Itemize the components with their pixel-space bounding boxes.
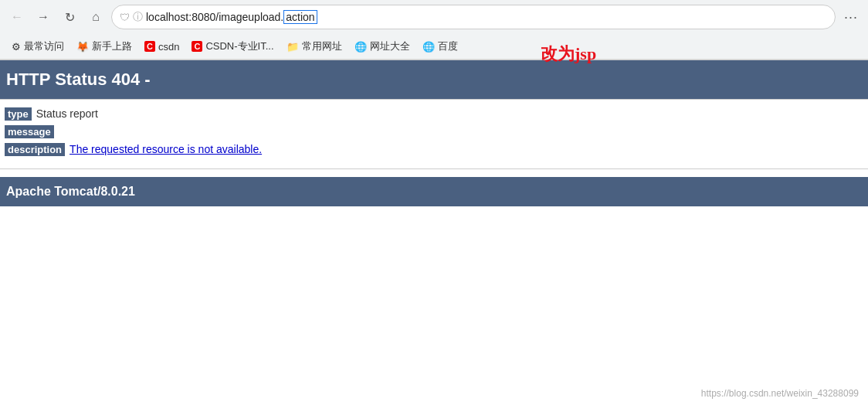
address-text: localhost:8080/imageupload.action [146, 11, 827, 23]
type-value: Status report [36, 107, 98, 120]
globe2-icon: 🌐 [422, 41, 435, 53]
globe-icon: 🌐 [354, 41, 367, 53]
home-button[interactable]: ⌂ [85, 6, 107, 28]
csdn-icon: C [144, 41, 155, 52]
bookmark-label: 网址大全 [370, 39, 410, 53]
bookmark-site-collection[interactable]: 🌐 网址大全 [349, 37, 415, 56]
bookmarks-bar: ⚙ 最常访问 🦊 新手上路 C csdn C CSDN-专业IT... 📁 常用… [0, 34, 868, 60]
bookmark-csdn[interactable]: C csdn [139, 39, 185, 55]
status-title: HTTP Status 404 - [6, 70, 151, 89]
message-label: message [5, 125, 54, 138]
description-link[interactable]: The requested resource is not available. [70, 143, 262, 155]
status-body: type Status report message description T… [0, 100, 868, 168]
bookmark-csdn-pro[interactable]: C CSDN-专业IT... [186, 37, 279, 56]
bookmark-baidu[interactable]: 🌐 百度 [417, 37, 463, 56]
info-icon: ⓘ [133, 10, 143, 24]
forward-button[interactable]: → [32, 6, 54, 28]
address-before-highlight: localhost:8080/imageupload. [146, 11, 283, 23]
bookmark-label: 最常访问 [24, 39, 64, 53]
csdn2-icon: C [192, 41, 202, 52]
reload-button[interactable]: ↻ [59, 6, 80, 28]
bookmark-beginner[interactable]: 🦊 新手上路 [71, 37, 137, 56]
bookmark-label: 百度 [438, 39, 458, 53]
gear-icon: ⚙ [12, 41, 21, 53]
bookmark-label: csdn [158, 41, 179, 53]
page-content: HTTP Status 404 - type Status report mes… [0, 60, 868, 206]
bookmark-most-visited[interactable]: ⚙ 最常访问 [6, 37, 70, 56]
back-button[interactable]: ← [6, 6, 28, 28]
fox-icon: 🦊 [76, 41, 89, 53]
bookmark-label: 新手上路 [92, 39, 132, 53]
menu-button[interactable]: ··· [840, 6, 862, 28]
footer-bar: Apache Tomcat/8.0.21 [0, 177, 868, 206]
status-row-description: description The requested resource is no… [5, 143, 863, 156]
annotation-text: 改为jsp [541, 43, 596, 66]
bookmark-label: 常用网址 [302, 39, 342, 53]
bookmark-label: CSDN-专业IT... [205, 39, 273, 53]
folder-icon: 📁 [287, 41, 299, 53]
status-row-type: type Status report [5, 107, 863, 121]
status-header: HTTP Status 404 - [0, 60, 868, 99]
type-label: type [5, 107, 32, 121]
divider-bottom [0, 168, 868, 169]
footer-text: Apache Tomcat/8.0.21 [6, 185, 135, 198]
nav-bar: ← → ↻ ⌂ 🛡 ⓘ localhost:8080/imageupload.a… [0, 0, 868, 34]
address-bar[interactable]: 🛡 ⓘ localhost:8080/imageupload.action [111, 5, 836, 29]
address-highlight: action [283, 10, 317, 24]
shield-icon: 🛡 [120, 12, 130, 23]
bookmark-common-sites[interactable]: 📁 常用网址 [281, 37, 348, 56]
description-label: description [5, 143, 65, 156]
status-row-message: message [5, 125, 863, 138]
